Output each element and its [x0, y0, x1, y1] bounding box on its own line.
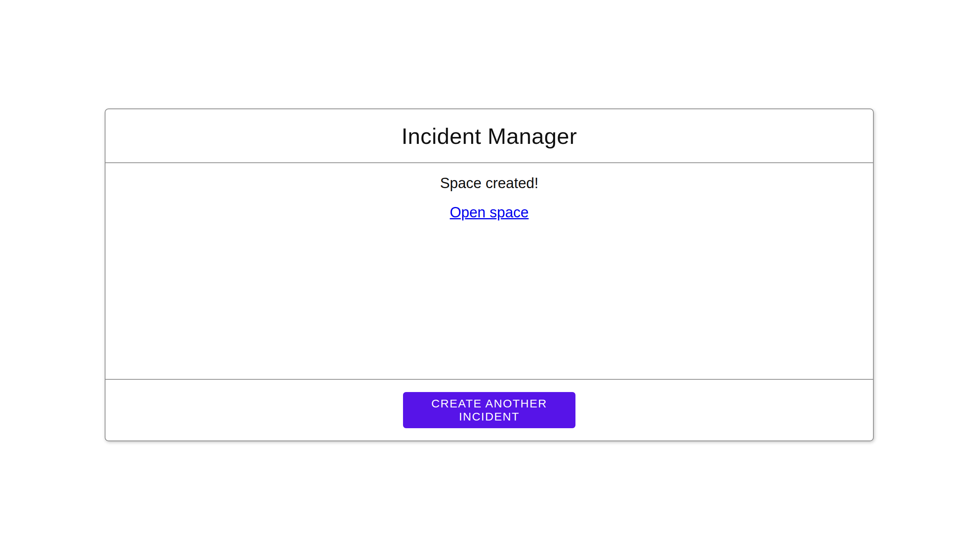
card-header: Incident Manager — [105, 109, 873, 163]
create-another-incident-button[interactable]: CREATE ANOTHER INCIDENT — [403, 392, 575, 428]
open-space-link[interactable]: Open space — [450, 204, 529, 222]
incident-manager-card: Incident Manager Space created! Open spa… — [105, 108, 874, 441]
page-background: Incident Manager Space created! Open spa… — [0, 0, 980, 549]
status-message: Space created! — [440, 175, 538, 192]
page-title: Incident Manager — [401, 123, 577, 149]
card-content: Space created! Open space — [105, 163, 873, 379]
card-footer: CREATE ANOTHER INCIDENT — [105, 379, 873, 441]
